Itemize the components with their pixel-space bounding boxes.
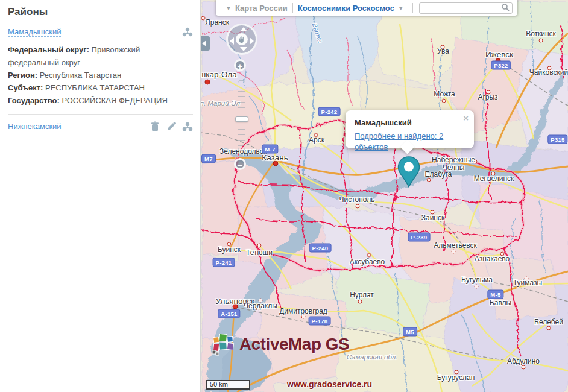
- chevron-down-icon[interactable]: ▼: [226, 5, 232, 11]
- road-badge: Р-240: [309, 244, 332, 253]
- map-city-dot: [205, 80, 210, 85]
- map-city-label: Ува: [437, 48, 449, 55]
- activemap-logo-icon: [212, 333, 236, 356]
- share-icon[interactable]: [182, 27, 193, 37]
- road-badge: Р322: [491, 61, 511, 70]
- map-city-label: Чайковский: [529, 69, 568, 77]
- marker-popup: × Мамадышский Подробнее и найдено: 2 объ…: [346, 110, 474, 148]
- map-city-label: Арск: [309, 136, 324, 144]
- activemap-logo: ActiveMap GS: [212, 333, 349, 356]
- map-city-label: Азнакаево: [475, 255, 510, 263]
- layer-option-active[interactable]: Космоснимки Роскосмос: [298, 4, 394, 13]
- map-city-dot: [367, 253, 371, 258]
- road-badge: А-151: [218, 309, 240, 318]
- search-input[interactable]: [419, 2, 513, 14]
- map-city-label: Заинск: [421, 214, 445, 222]
- panel-title: Районы: [8, 6, 193, 18]
- popup-details-link[interactable]: Подробнее и найдено: 2 объектов: [355, 131, 443, 151]
- popup-tail: [400, 139, 414, 154]
- map-city-label: Димитровград: [279, 308, 327, 315]
- map-region-label: Самарская обл.: [347, 353, 398, 361]
- map-city-dot: [547, 326, 551, 330]
- map-viewport[interactable]: ЯранскУваИжевскВоткинскЧайковскийМожгаАг…: [201, 0, 568, 392]
- map-city-dot: [356, 204, 360, 209]
- map-city-label: Чердаклы: [244, 302, 277, 310]
- map-city-dot: [539, 39, 543, 43]
- map-city-label: Бугульма: [461, 276, 493, 284]
- map-city-dot: [452, 250, 456, 254]
- map-city-dot: [257, 244, 262, 248]
- chevron-down-icon[interactable]: ▼: [398, 5, 404, 11]
- district-details: Федеральный округ: Приволжский федеральн…: [8, 43, 193, 107]
- detail-line: Субъект: РЕСПУБЛИКА ТАТАРСТАН: [8, 81, 193, 94]
- detail-line: Регион: Республика Татарстан: [8, 69, 193, 81]
- activemap-app: Районы Мамадышский Федеральный округ: Пр…: [0, 0, 568, 392]
- map-city-dot: [475, 285, 479, 289]
- district-link-mamadyshsky[interactable]: Мамадышский: [8, 27, 61, 37]
- pan-down-icon[interactable]: [240, 47, 247, 51]
- map-city-label: Яранск: [205, 19, 229, 27]
- chevron-left-icon: [202, 40, 206, 46]
- map-city-label: Йошкар-Ола: [201, 71, 237, 78]
- map-region-label: Респ. Марий-Эл: [201, 100, 240, 107]
- district-row: Нижнекамский: [8, 121, 193, 132]
- map-city-label: Мензелинск: [474, 175, 514, 183]
- divider: [412, 3, 413, 13]
- zoom-slider-handle[interactable]: [235, 116, 248, 122]
- map-city-label: Буинск: [218, 246, 241, 254]
- map-city-label: Чистополь: [339, 196, 375, 204]
- map-marker-pin[interactable]: [397, 156, 421, 189]
- road-badge: Р315: [547, 135, 567, 144]
- pan-left-icon[interactable]: [230, 37, 234, 45]
- pan-right-icon[interactable]: [250, 37, 254, 45]
- scale-bar: 50 km: [206, 380, 250, 390]
- map-city-dot: [442, 99, 446, 103]
- detail-line: Федеральный округ: Приволжский федеральн…: [8, 43, 193, 69]
- popup-title: Мамадышский: [355, 118, 465, 127]
- map-city-label: Елабуга: [424, 171, 452, 179]
- collapse-panel-button[interactable]: [201, 36, 210, 51]
- map-city-label: Бавлы: [490, 299, 511, 307]
- zoom-in-button[interactable]: +: [234, 59, 246, 71]
- layer-option-base[interactable]: Карта России: [235, 4, 288, 13]
- zoom-slider[interactable]: [238, 80, 245, 151]
- layer-toolbar: ▼ Карта России Космоснимки Роскосмос ▼: [216, 0, 517, 16]
- map-city-label: Нурлат: [350, 291, 374, 299]
- attribution-link[interactable]: www.gradoservice.ru: [287, 379, 372, 389]
- search-icon[interactable]: [501, 3, 510, 12]
- road-badge: М5: [403, 327, 417, 337]
- pan-up-icon[interactable]: [240, 27, 247, 31]
- edit-icon[interactable]: [166, 121, 177, 132]
- road-badge: Р-242: [318, 107, 341, 116]
- map-city-label: Бугуруслан: [437, 374, 475, 382]
- map-city-label: Ижевск: [485, 51, 513, 58]
- hand-icon[interactable]: [236, 33, 248, 45]
- pan-control[interactable]: [226, 24, 257, 55]
- map-city-label: Воткинск: [526, 30, 556, 38]
- map-city-dot: [522, 365, 526, 370]
- detail-line: Государство: РОССИЙСКАЯ ФЕДЕРАЦИЯ: [8, 94, 193, 107]
- road-badge: М-7: [262, 145, 278, 154]
- map-city-label: Белебей: [534, 318, 563, 326]
- road-badge: М-5: [487, 290, 503, 299]
- road-badge: Р-239: [408, 233, 431, 242]
- district-link-nizhnekamsky[interactable]: Нижнекамский: [8, 122, 62, 131]
- share-icon[interactable]: [182, 121, 193, 132]
- map-city-label: Агрыз: [478, 93, 497, 101]
- district-row: Мамадышский: [8, 27, 193, 37]
- map-city-label: Казань: [262, 154, 288, 162]
- districts-panel: Районы Мамадышский Федеральный округ: Пр…: [0, 0, 201, 392]
- logo-text: ActiveMap GS: [239, 335, 349, 354]
- zoom-out-button[interactable]: −: [234, 158, 246, 170]
- search-box: [419, 2, 513, 14]
- map-city-label: Тетюши: [246, 249, 273, 257]
- divider: [8, 114, 193, 115]
- map-city-dot: [358, 300, 362, 304]
- divider: [292, 3, 293, 13]
- map-city-label: Альметьевск: [434, 242, 477, 250]
- map-city-label: Можга: [434, 90, 455, 98]
- map-city-label: Туймазы: [513, 279, 542, 287]
- road-badge: М7: [201, 154, 216, 163]
- map-city-label: Абдулино: [507, 358, 540, 365]
- trash-icon[interactable]: [150, 121, 160, 132]
